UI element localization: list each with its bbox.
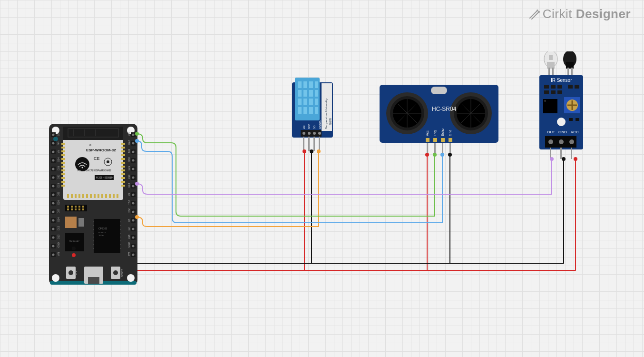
svg-point-160 xyxy=(132,219,135,222)
svg-rect-53 xyxy=(61,185,65,187)
svg-point-134 xyxy=(52,237,55,239)
svg-rect-78 xyxy=(78,218,84,227)
svg-rect-32 xyxy=(82,194,84,198)
svg-rect-74 xyxy=(75,208,77,210)
svg-rect-229 xyxy=(303,137,304,151)
svg-point-222 xyxy=(308,132,311,135)
svg-rect-266 xyxy=(548,68,550,76)
pin-dot xyxy=(72,247,76,250)
svg-rect-249 xyxy=(426,138,429,142)
svg-point-154 xyxy=(132,194,135,196)
component-esp32[interactable]: ◐ ESP-WROOM-32 WiFi CE FCC ID:2AC7Z-ESPW… xyxy=(49,124,137,285)
wire-dht-data xyxy=(137,151,319,227)
svg-point-106 xyxy=(113,270,118,275)
svg-point-280 xyxy=(544,100,546,102)
svg-rect-64 xyxy=(121,181,125,183)
svg-text:D5: D5 xyxy=(127,193,130,196)
svg-text:CP2102: CP2102 xyxy=(98,227,107,230)
svg-rect-57 xyxy=(121,154,125,156)
svg-rect-59 xyxy=(121,162,125,164)
svg-rect-39 xyxy=(109,194,111,198)
svg-rect-79 xyxy=(94,219,120,253)
svg-rect-278 xyxy=(557,90,562,94)
svg-rect-230 xyxy=(308,137,310,151)
component-hcsr04[interactable]: HC-SR04 Vcc Trig Echo Gnd xyxy=(380,85,498,155)
pin-dot xyxy=(310,149,313,153)
svg-rect-272 xyxy=(551,85,556,89)
wire-power-hcsr04 xyxy=(304,155,427,270)
circuit-canvas[interactable]: ◐ ESP-WROOM-32 WiFi CE FCC ID:2AC7Z-ESPW… xyxy=(0,0,644,357)
wire-power-ir xyxy=(427,159,576,270)
svg-rect-205 xyxy=(298,90,302,97)
svg-rect-36 xyxy=(98,194,99,198)
svg-point-10 xyxy=(53,137,58,141)
svg-point-112 xyxy=(52,142,55,145)
svg-rect-69 xyxy=(75,206,77,208)
pin-dot xyxy=(425,153,429,157)
svg-point-116 xyxy=(52,159,55,162)
svg-rect-297 xyxy=(571,148,572,159)
svg-rect-38 xyxy=(105,194,107,198)
pin-dot xyxy=(135,132,139,136)
svg-rect-65 xyxy=(121,185,125,187)
svg-rect-40 xyxy=(113,194,115,198)
svg-rect-215 xyxy=(309,107,313,114)
svg-rect-248 xyxy=(431,87,447,94)
svg-text:BOOT: BOOT xyxy=(121,269,124,277)
svg-text:VIN: VIN xyxy=(57,252,60,256)
svg-rect-34 xyxy=(90,194,92,198)
svg-rect-50 xyxy=(61,173,65,175)
svg-rect-250 xyxy=(433,138,437,142)
svg-text:GND: GND xyxy=(308,124,311,129)
svg-rect-43 xyxy=(61,147,65,149)
svg-rect-60 xyxy=(121,166,125,168)
svg-point-162 xyxy=(132,228,135,230)
svg-rect-213 xyxy=(298,107,302,114)
svg-text:DO: DO xyxy=(313,125,316,129)
svg-rect-209 xyxy=(298,99,302,105)
svg-rect-63 xyxy=(121,177,125,179)
svg-rect-48 xyxy=(61,166,65,168)
pin-dot xyxy=(302,149,306,153)
svg-text:OUT: OUT xyxy=(547,130,555,134)
svg-text:Temperature & Humidity: Temperature & Humidity xyxy=(325,99,328,129)
component-ir-sensor[interactable]: IR Sensor OUT GND VCC xyxy=(537,51,589,160)
svg-text:Echo: Echo xyxy=(441,129,444,136)
svg-point-150 xyxy=(132,177,135,179)
svg-rect-68 xyxy=(71,206,73,208)
svg-text:D33: D33 xyxy=(57,183,60,188)
svg-rect-286 xyxy=(569,118,573,121)
pin-dot xyxy=(440,153,444,157)
svg-text:D2: D2 xyxy=(127,227,130,230)
svg-rect-45 xyxy=(61,154,65,156)
svg-rect-35 xyxy=(94,194,96,198)
svg-point-104 xyxy=(68,270,73,275)
pin-dot xyxy=(135,182,139,186)
svg-rect-49 xyxy=(61,169,65,171)
svg-text:GND: GND xyxy=(558,130,567,134)
svg-point-118 xyxy=(52,168,55,170)
svg-rect-273 xyxy=(557,85,562,89)
svg-rect-55 xyxy=(121,147,125,149)
svg-rect-102 xyxy=(88,277,99,284)
svg-point-221 xyxy=(302,132,305,135)
pin-dot xyxy=(562,157,566,161)
svg-rect-271 xyxy=(544,85,549,89)
svg-rect-275 xyxy=(575,85,579,89)
svg-text:D26: D26 xyxy=(57,200,60,205)
svg-rect-51 xyxy=(61,177,65,179)
svg-rect-33 xyxy=(86,194,88,198)
svg-rect-210 xyxy=(303,99,307,105)
component-dht11[interactable]: Temperature & Humidity 传感器 vcc GND DO AO… xyxy=(292,78,335,152)
svg-rect-212 xyxy=(315,99,318,105)
svg-text:FCC ID:2AC7Z-ESPWROOM32: FCC ID:2AC7Z-ESPWROOM32 xyxy=(78,169,111,172)
svg-text:D18: D18 xyxy=(127,183,130,188)
svg-rect-203 xyxy=(309,81,313,88)
svg-rect-232 xyxy=(319,137,320,151)
svg-text:VN: VN xyxy=(57,150,60,153)
pin-dot xyxy=(574,157,577,161)
svg-rect-252 xyxy=(449,138,452,142)
svg-point-285 xyxy=(557,118,566,126)
svg-text:CE: CE xyxy=(94,156,100,161)
svg-text:D35: D35 xyxy=(57,166,60,170)
